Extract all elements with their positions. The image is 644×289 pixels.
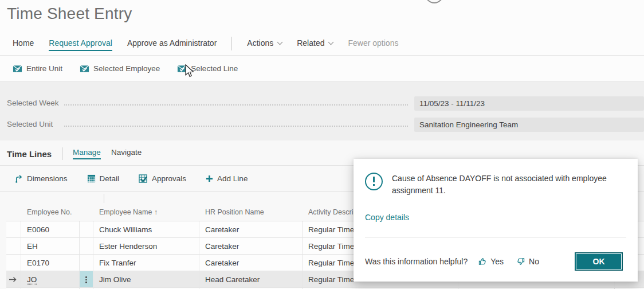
tab-manage[interactable]: Manage xyxy=(73,148,101,159)
col-row-actions xyxy=(80,203,93,221)
employee-name-cell[interactable]: Fix Tranfer xyxy=(93,255,199,271)
row-actions-cell[interactable] xyxy=(80,271,93,287)
dialog-footer: Was this information helpful? Yes No xyxy=(365,252,552,271)
row-selector[interactable] xyxy=(6,255,21,271)
menu-actions[interactable]: Actions xyxy=(247,38,282,51)
row-actions-cell[interactable] xyxy=(80,221,93,237)
sort-ascending-icon: ↑ xyxy=(154,208,158,216)
hr-position-cell[interactable]: Caretaker xyxy=(199,238,303,254)
field-selected-week: Selected Week 11/05/23 - 11/11/23 xyxy=(0,96,644,111)
selected-unit-value[interactable]: Sanitation Engineering Team xyxy=(414,118,644,132)
thumbs-down-icon xyxy=(516,257,525,266)
menu-approve-as-administrator[interactable]: Approve as Administrator xyxy=(127,38,217,51)
arrow-right-icon xyxy=(9,276,17,283)
menubar: Home Request Approval Approve as Adminis… xyxy=(13,36,398,54)
current-row-indicator xyxy=(6,271,21,288)
divider xyxy=(0,81,644,82)
employee-name-cell[interactable]: Jim Olive xyxy=(93,271,199,287)
hr-position-cell[interactable]: Caretaker xyxy=(199,255,303,271)
employee-name-cell[interactable]: Chuck Williams xyxy=(93,221,199,237)
approvals-grid-icon xyxy=(139,174,148,183)
ok-button[interactable]: OK xyxy=(575,252,623,271)
menu-related[interactable]: Related xyxy=(297,38,333,51)
menu-request-approval[interactable]: Request Approval xyxy=(49,38,112,51)
chevron-down-icon xyxy=(277,40,283,45)
field-selected-unit: Selected Unit Sanitation Engineering Tea… xyxy=(0,118,644,132)
selected-week-value[interactable]: 11/05/23 - 11/11/23 xyxy=(414,96,644,111)
dimensions-button[interactable]: Dimensions xyxy=(14,174,68,183)
col-employee-no[interactable]: Employee No. xyxy=(21,203,80,221)
dialog-message: Cause of Absence DAYOFF is not associate… xyxy=(392,173,612,197)
detail-button[interactable]: Detail xyxy=(87,174,120,183)
tab-navigate[interactable]: Navigate xyxy=(111,148,142,159)
chevron-down-icon xyxy=(328,40,334,45)
feedback-no-button[interactable]: No xyxy=(516,257,539,266)
employee-no-cell[interactable]: JO xyxy=(21,271,80,287)
divider xyxy=(365,237,626,238)
dotted-leader xyxy=(64,104,408,106)
col-employee-name[interactable]: Employee Name ↑ xyxy=(93,203,199,221)
ribbon: Entire Unit Selected Employee Selected L… xyxy=(13,56,238,81)
menu-home[interactable]: Home xyxy=(13,38,34,51)
hr-position-cell[interactable]: Caretaker xyxy=(199,221,303,237)
grid-toolbar: Dimensions Detail Approvals Add Line xyxy=(14,170,248,187)
row-selector[interactable] xyxy=(6,221,21,237)
add-line-button[interactable]: Add Line xyxy=(206,174,248,183)
info-dialog: Cause of Absence DAYOFF is not associate… xyxy=(354,159,638,282)
vertical-ellipsis-icon xyxy=(80,271,93,283)
field-label: Selected Unit xyxy=(7,120,53,128)
feedback-yes-button[interactable]: Yes xyxy=(478,257,504,266)
selected-employee-button[interactable]: Selected Employee xyxy=(80,64,160,73)
employee-no-cell[interactable]: E0060 xyxy=(21,221,80,237)
employee-no-cell[interactable]: E0170 xyxy=(21,255,80,271)
page-title: Time Sheet Entry xyxy=(7,5,132,23)
copy-details-link[interactable]: Copy details xyxy=(365,213,409,222)
time-lines-section-header: Time Lines Manage Navigate xyxy=(7,146,142,161)
section-title: Time Lines xyxy=(7,149,52,159)
info-icon xyxy=(365,173,383,190)
row-actions-cell[interactable] xyxy=(80,255,93,271)
row-actions-cell[interactable] xyxy=(80,238,93,254)
dimensions-branch-icon xyxy=(14,174,23,183)
approval-mail-icon xyxy=(80,65,89,73)
mouse-cursor xyxy=(184,64,195,81)
plus-icon xyxy=(206,175,213,182)
field-label: Selected Week xyxy=(7,99,59,107)
freeze-pane-line xyxy=(104,194,104,203)
row-selector-header xyxy=(6,203,21,221)
col-hr-position-name[interactable]: HR Position Name xyxy=(199,203,303,221)
hr-position-cell[interactable]: Head Caretaker xyxy=(199,271,303,287)
menu-fewer-options[interactable]: Fewer options xyxy=(348,38,398,51)
dotted-leader xyxy=(64,126,408,127)
row-selector[interactable] xyxy=(6,238,21,254)
feedback-question: Was this information helpful? xyxy=(365,257,468,266)
detail-grid-icon xyxy=(87,174,96,183)
employee-name-cell[interactable]: Ester Henderson xyxy=(93,238,199,254)
entire-unit-button[interactable]: Entire Unit xyxy=(13,64,62,73)
divider xyxy=(62,147,62,160)
approvals-button[interactable]: Approvals xyxy=(139,174,186,183)
menu-separator xyxy=(231,37,232,50)
employee-no-cell[interactable]: EH xyxy=(21,238,80,254)
time-sheet-entry-page: Time Sheet Entry Home Request Approval A… xyxy=(0,0,644,289)
approval-mail-icon xyxy=(13,65,22,73)
thumbs-up-icon xyxy=(478,257,487,266)
